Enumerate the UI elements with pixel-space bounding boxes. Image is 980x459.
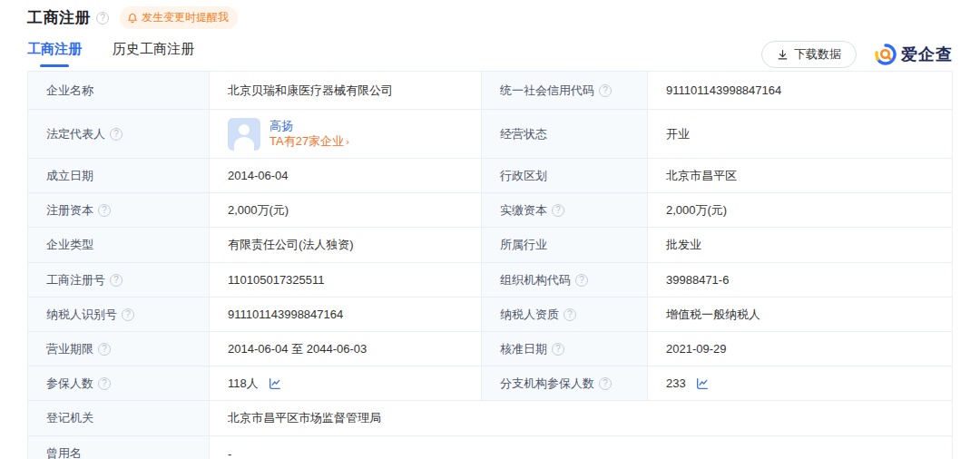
help-icon[interactable]: ? [599, 84, 612, 97]
field-label: 企业名称 [28, 72, 209, 109]
download-data-button[interactable]: 下载数据 [761, 41, 857, 68]
tab-history-registration[interactable]: 历史工商注册 [113, 41, 194, 69]
download-label: 下载数据 [794, 46, 841, 63]
section-header: 工商注册 ? 发生变更时提醒我 [0, 0, 980, 27]
field-label: 所属行业 [481, 228, 647, 262]
aiqicha-logo-text: 爱企查 [901, 44, 953, 65]
registration-info-table: 企业名称 北京贝瑞和康医疗器械有限公司 统一社会信用代码? 9111011439… [27, 71, 953, 459]
help-icon[interactable]: ? [110, 128, 122, 141]
field-label: 企业类型 [28, 228, 209, 262]
field-label: 成立日期 [28, 159, 209, 192]
field-label: 营业期限? [28, 332, 209, 366]
help-icon[interactable]: ? [122, 308, 134, 321]
field-label: 纳税人资质? [481, 298, 647, 331]
tab-business-registration[interactable]: 工商注册 [27, 41, 82, 69]
legal-representative-cell: 高扬 TA有27家企业› [209, 110, 481, 158]
business-term-value: 2014-06-04 至 2044-06-03 [209, 332, 481, 366]
table-row: 企业名称 北京贝瑞和康医疗器械有限公司 统一社会信用代码? 9111011439… [28, 72, 952, 109]
operating-status-value: 开业 [647, 110, 952, 158]
field-label: 登记机关 [28, 401, 209, 435]
field-label: 纳税人识别号? [28, 298, 209, 331]
aiqicha-logo-icon [875, 44, 897, 65]
trend-chart-icon[interactable] [695, 376, 710, 391]
help-icon[interactable]: ? [552, 343, 564, 356]
chevron-right-icon: › [346, 136, 349, 148]
help-icon[interactable]: ? [110, 274, 122, 287]
tab-actions: 下载数据 爱企查 [761, 41, 953, 68]
taxpayer-qualification-value: 增值税一般纳税人 [647, 298, 952, 331]
field-label: 核准日期? [481, 332, 647, 366]
table-row: 营业期限? 2014-06-04 至 2044-06-03 核准日期? 2021… [28, 331, 952, 366]
insured-count-value: 118人 [209, 366, 481, 400]
field-label: 注册资本? [28, 193, 209, 227]
field-label: 参保人数? [28, 366, 209, 400]
field-label: 经营状态 [481, 110, 647, 158]
branch-insured-count-value: 233 [647, 366, 952, 400]
help-icon[interactable]: ? [98, 343, 111, 356]
help-icon[interactable]: ? [98, 377, 111, 390]
table-row: 曾用名 - [28, 435, 952, 459]
business-registration-panel: 工商注册 ? 发生变更时提醒我 工商注册 历史工商注册 下载数据 [0, 0, 980, 459]
tab-label: 历史工商注册 [113, 41, 194, 56]
table-row: 登记机关 北京市昌平区市场监督管理局 [28, 400, 952, 435]
table-row: 参保人数? 118人 分支机构参保人数? 233 [28, 366, 952, 400]
change-alert-button[interactable]: 发生变更时提醒我 [120, 6, 238, 29]
change-alert-label: 发生变更时提醒我 [142, 10, 229, 25]
help-icon[interactable]: ? [575, 274, 588, 287]
industry-value: 批发业 [647, 228, 952, 262]
field-label: 组织机构代码? [481, 263, 647, 297]
field-label: 分支机构参保人数? [481, 366, 647, 400]
former-name-value: - [209, 436, 952, 459]
download-icon [777, 49, 789, 61]
help-icon[interactable]: ? [599, 377, 612, 390]
table-row: 注册资本? 2,000万(元) 实缴资本? 2,000万(元) [28, 192, 952, 227]
registered-capital-value: 2,000万(元) [209, 193, 481, 227]
registration-number-value: 110105017325511 [209, 263, 481, 297]
company-type-value: 有限责任公司(法人独资) [209, 228, 481, 262]
approval-date-value: 2021-09-29 [647, 332, 952, 366]
table-row: 工商注册号? 110105017325511 组织机构代码? 39988471-… [28, 262, 952, 297]
legal-representative-link[interactable]: 高扬 [270, 118, 350, 133]
active-tab-underline [40, 64, 69, 67]
aiqicha-logo[interactable]: 爱企查 [875, 44, 953, 65]
field-label: 实缴资本? [481, 193, 647, 227]
admin-division-value: 北京市昌平区 [647, 159, 952, 192]
table-row: 成立日期 2014-06-04 行政区划 北京市昌平区 [28, 158, 952, 192]
company-name-value: 北京贝瑞和康医疗器械有限公司 [209, 72, 481, 109]
field-label: 法定代表人? [28, 110, 209, 158]
field-label: 工商注册号? [28, 263, 209, 297]
field-label: 统一社会信用代码? [481, 72, 647, 109]
paidin-capital-value: 2,000万(元) [647, 193, 952, 227]
tab-bar: 工商注册 历史工商注册 下载数据 爱企查 [0, 27, 980, 69]
help-icon[interactable]: ? [96, 12, 109, 24]
help-icon[interactable]: ? [98, 204, 111, 217]
table-row: 法定代表人? 高扬 TA有27家企业› 经营状态 开业 [28, 109, 952, 158]
credit-code-value: 911101143998847164 [647, 72, 952, 109]
help-icon[interactable]: ? [552, 204, 564, 217]
page-title: 工商注册 [27, 7, 91, 28]
tab-label: 工商注册 [27, 41, 82, 56]
help-icon[interactable]: ? [564, 308, 576, 321]
taxpayer-id-value: 911101143998847164 [209, 298, 481, 331]
field-label: 曾用名 [28, 436, 209, 459]
org-code-value: 39988471-6 [647, 263, 952, 297]
establish-date-value: 2014-06-04 [209, 159, 481, 192]
trend-chart-icon[interactable] [268, 376, 282, 391]
table-row: 企业类型 有限责任公司(法人独资) 所属行业 批发业 [28, 227, 952, 262]
field-label: 行政区划 [481, 159, 647, 192]
table-row: 纳税人识别号? 911101143998847164 纳税人资质? 增值税一般纳… [28, 297, 952, 331]
representative-companies-link[interactable]: TA有27家企业› [270, 133, 350, 150]
bell-icon [127, 13, 138, 24]
avatar[interactable] [228, 118, 260, 151]
registration-authority-value: 北京市昌平区市场监督管理局 [209, 401, 952, 435]
